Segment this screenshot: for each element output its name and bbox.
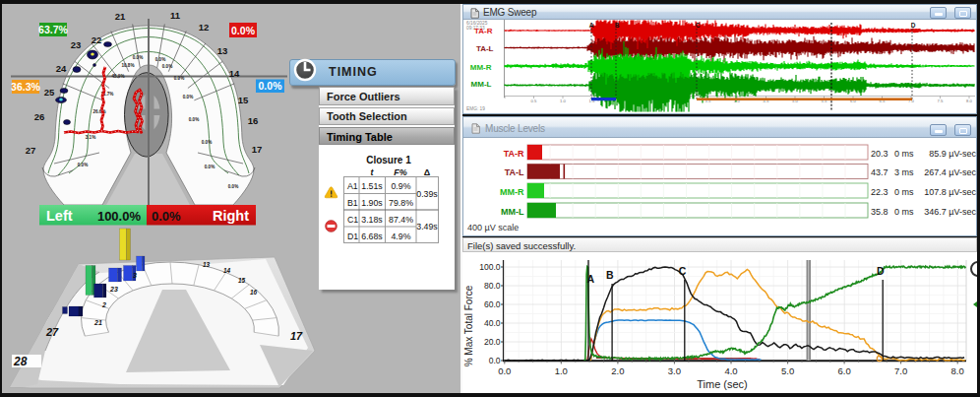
svg-text:0 ms: 0 ms [894, 207, 914, 217]
svg-text:0.0%: 0.0% [259, 80, 283, 92]
svg-text:0.39s: 0.39s [416, 189, 438, 199]
svg-text:17: 17 [290, 330, 303, 342]
svg-text:16: 16 [250, 289, 258, 296]
svg-text:D1: D1 [347, 232, 358, 241]
svg-text:45.9%: 45.9% [111, 74, 124, 79]
svg-text:0.0%: 0.0% [155, 57, 165, 62]
svg-text:12: 12 [199, 22, 210, 33]
svg-text:43.7: 43.7 [871, 167, 888, 177]
svg-text:40.0: 40.0 [484, 318, 501, 328]
svg-text:4.0: 4.0 [724, 365, 737, 376]
svg-text:D: D [911, 22, 916, 29]
svg-text:6.0: 6.0 [837, 365, 850, 376]
svg-text:Time (sec): Time (sec) [697, 378, 748, 390]
svg-text:8.0: 8.0 [951, 365, 964, 376]
svg-text:3: 3 [133, 272, 137, 279]
svg-text:60.0: 60.0 [484, 299, 501, 309]
svg-text:1.90s: 1.90s [361, 198, 383, 208]
svg-text:C1: C1 [347, 215, 358, 225]
svg-text:MM-R: MM-R [470, 63, 492, 72]
svg-text:80.0: 80.0 [484, 281, 501, 291]
svg-text:85.9 µV-sec: 85.9 µV-sec [929, 149, 976, 159]
svg-text:11: 11 [170, 10, 181, 21]
svg-text:100.0%: 100.0% [97, 209, 142, 224]
svg-text:27: 27 [45, 326, 59, 338]
svg-text:27: 27 [26, 145, 36, 156]
svg-text:2.0: 2.0 [611, 365, 624, 376]
svg-text:20.3: 20.3 [871, 149, 888, 159]
svg-text:8.0: 8.0 [966, 99, 972, 103]
svg-text:3 ms: 3 ms [894, 167, 914, 177]
svg-text:35.8: 35.8 [871, 207, 888, 217]
svg-text:23: 23 [109, 286, 118, 293]
svg-text:Δ: Δ [424, 167, 431, 177]
svg-text:20.0: 20.0 [484, 337, 501, 347]
svg-text:87.4%: 87.4% [389, 215, 413, 225]
svg-text:0.0%: 0.0% [205, 165, 214, 169]
svg-text:3.18s: 3.18s [361, 215, 383, 225]
svg-text:MM-L: MM-L [471, 80, 492, 89]
svg-text:28: 28 [13, 355, 28, 368]
svg-text:0.0%: 0.0% [133, 55, 143, 60]
svg-text:21: 21 [93, 319, 102, 326]
svg-text:MM-R: MM-R [500, 187, 524, 197]
svg-text:107.8 µV-sec: 107.8 µV-sec [924, 187, 976, 197]
svg-text:B: B [606, 269, 614, 281]
svg-text:21: 21 [115, 11, 126, 22]
svg-text:5.0: 5.0 [781, 365, 794, 376]
svg-text:10.8%: 10.8% [121, 63, 134, 68]
svg-text:63.7%: 63.7% [38, 24, 68, 35]
svg-text:0.0%: 0.0% [189, 117, 199, 122]
svg-text:C: C [679, 265, 687, 277]
svg-text:346.7 µV-sec: 346.7 µV-sec [924, 207, 976, 217]
svg-text:% Max Total Force: % Max Total Force [463, 285, 474, 366]
svg-text:0.0%: 0.0% [152, 209, 181, 224]
svg-text:22: 22 [92, 34, 102, 45]
svg-text:0.0%: 0.0% [231, 25, 256, 36]
svg-text:MM-L: MM-L [501, 207, 524, 217]
svg-text:36.3%: 36.3% [11, 81, 40, 93]
svg-text:0.0%: 0.0% [162, 64, 172, 69]
svg-text:6.68s: 6.68s [361, 232, 383, 241]
svg-text:0.0%: 0.0% [183, 95, 193, 99]
svg-text:24: 24 [56, 63, 67, 74]
svg-text:7.5: 7.5 [938, 99, 944, 103]
svg-text:3.0: 3.0 [668, 365, 681, 376]
svg-text:79.8%: 79.8% [389, 198, 413, 208]
svg-text:13: 13 [203, 261, 211, 268]
svg-text:TA-L: TA-L [505, 167, 524, 177]
svg-text:22.3: 22.3 [871, 187, 888, 197]
svg-text:Right: Right [213, 208, 249, 224]
svg-text:4.9%: 4.9% [391, 232, 410, 241]
svg-text:17: 17 [252, 144, 263, 155]
svg-text:B: B [615, 22, 620, 29]
svg-text:EMG: 19: EMG: 19 [466, 106, 485, 111]
svg-text:B1: B1 [347, 198, 358, 208]
svg-text:0.0: 0.0 [498, 365, 511, 376]
svg-text:7.0: 7.0 [894, 365, 907, 376]
svg-text:Left: Left [46, 208, 73, 224]
svg-text:A1: A1 [347, 181, 358, 191]
svg-text:1.0: 1.0 [560, 99, 566, 103]
svg-text:0.5: 0.5 [531, 99, 537, 103]
svg-text:0.0%: 0.0% [228, 184, 238, 189]
svg-text:1.0: 1.0 [555, 365, 568, 376]
svg-text:26: 26 [34, 111, 45, 122]
svg-text:100.0: 100.0 [479, 262, 501, 272]
svg-text:A: A [587, 273, 595, 285]
svg-text:0.9%: 0.9% [391, 181, 410, 191]
svg-text:16: 16 [248, 115, 259, 126]
svg-text:15: 15 [238, 277, 246, 284]
svg-text:TA-L: TA-L [476, 44, 494, 53]
svg-text:F%: F% [394, 167, 407, 177]
svg-text:14: 14 [229, 68, 240, 79]
svg-text:0.0%: 0.0% [202, 140, 212, 145]
svg-text:TA-R: TA-R [504, 149, 524, 159]
svg-text:13: 13 [217, 45, 228, 56]
svg-text:t: t [371, 167, 375, 177]
svg-text:400 µV scale: 400 µV scale [467, 223, 519, 232]
svg-text:0 ms: 0 ms [894, 149, 914, 159]
svg-text:0.0%: 0.0% [78, 163, 88, 167]
svg-text:3.1%: 3.1% [86, 135, 95, 140]
svg-text:C: C [696, 22, 701, 29]
